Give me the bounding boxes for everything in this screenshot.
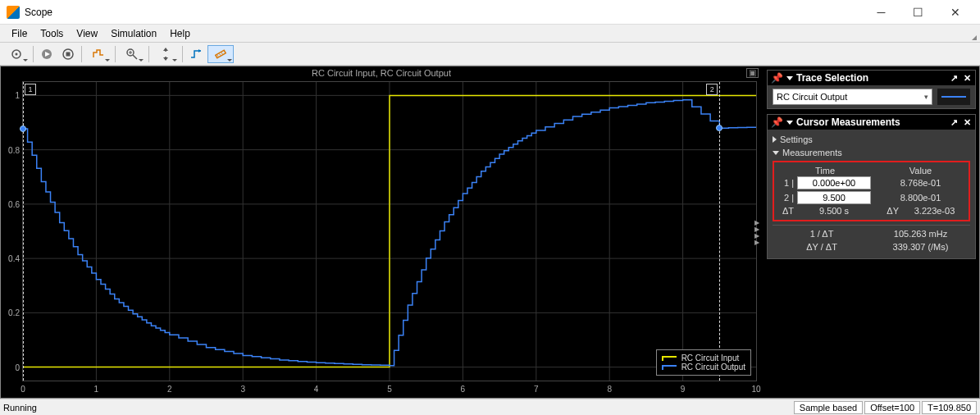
autoscale-button[interactable] bbox=[153, 45, 179, 63]
panel-title: Cursor Measurements bbox=[796, 116, 900, 128]
y-tick: 1 bbox=[5, 91, 20, 100]
cursor-measurements-panel: 📌 Cursor Measurements ↗ ✕ Settings Measu… bbox=[767, 114, 976, 259]
col-time: Time bbox=[776, 166, 874, 176]
col-value: Value bbox=[874, 166, 967, 176]
close-panel-icon[interactable]: ✕ bbox=[962, 117, 972, 128]
settings-button[interactable] bbox=[3, 45, 30, 63]
menu-tools[interactable]: Tools bbox=[34, 26, 70, 41]
x-tick: 8 bbox=[607, 385, 612, 394]
settings-section[interactable]: Settings bbox=[773, 133, 970, 146]
delta-y-value: 3.223e-03 bbox=[902, 206, 967, 216]
collapse-icon[interactable] bbox=[786, 121, 793, 125]
minimize-button[interactable]: ─ bbox=[863, 0, 900, 25]
step-button[interactable] bbox=[85, 45, 112, 63]
maximize-button[interactable]: ☐ bbox=[900, 0, 937, 25]
inv-dt-value: 105.263 mHz bbox=[871, 229, 970, 239]
undock-icon[interactable]: ↗ bbox=[949, 117, 959, 128]
collapse-icon[interactable] bbox=[786, 76, 793, 80]
x-tick: 3 bbox=[240, 385, 245, 394]
expand-panel-icon[interactable]: ▶▶▶▶ bbox=[753, 219, 760, 245]
status-mode: Sample based bbox=[794, 401, 863, 414]
close-button[interactable]: ✕ bbox=[937, 0, 973, 25]
menu-view[interactable]: View bbox=[70, 26, 104, 41]
y-tick: 0 bbox=[5, 363, 20, 372]
run-button[interactable] bbox=[37, 45, 57, 63]
cursor-2-marker[interactable] bbox=[716, 125, 722, 131]
legend-series-2: RC Circuit Output bbox=[681, 363, 745, 372]
x-tick: 10 bbox=[751, 385, 760, 394]
inv-dt-label: 1 / ΔT bbox=[773, 229, 871, 239]
measurements-section[interactable]: Measurements bbox=[773, 146, 970, 159]
svg-marker-13 bbox=[163, 57, 168, 61]
status-offset: Offset=100 bbox=[864, 401, 920, 414]
plot-canvas[interactable]: 1 2 0 0.2 0.4 0.6 0.8 1 0 1 2 3 4 5 6 7 … bbox=[22, 81, 757, 381]
chevron-down-icon: ▾ bbox=[924, 93, 928, 101]
x-tick: 6 bbox=[461, 385, 466, 394]
zoom-button[interactable] bbox=[119, 45, 145, 63]
x-tick: 0 bbox=[21, 385, 25, 394]
svg-rect-5 bbox=[66, 52, 71, 56]
delta-t-value: 9.500 s bbox=[797, 206, 871, 216]
cursor-1-label: 1 | bbox=[776, 178, 794, 188]
window-title: Scope bbox=[25, 7, 863, 18]
x-tick: 9 bbox=[681, 385, 686, 394]
svg-marker-14 bbox=[198, 49, 201, 52]
panel-title: Trace Selection bbox=[796, 72, 868, 84]
close-panel-icon[interactable]: ✕ bbox=[962, 73, 972, 84]
svg-marker-12 bbox=[163, 48, 168, 51]
status-bar: Running Sample based Offset=100 T=109.85… bbox=[0, 399, 980, 415]
cursor-1-time-input[interactable]: 0.000e+00 bbox=[797, 176, 871, 189]
menu-bar: File Tools View Simulation Help bbox=[0, 25, 980, 43]
menu-simulation[interactable]: Simulation bbox=[104, 26, 163, 41]
cursor-2-badge[interactable]: 2 bbox=[706, 84, 718, 95]
delta-y-label: ΔY bbox=[874, 206, 899, 216]
undock-icon[interactable]: ↗ bbox=[949, 73, 959, 84]
stop-button[interactable] bbox=[58, 45, 78, 63]
y-tick: 0.6 bbox=[5, 199, 20, 208]
svg-rect-15 bbox=[216, 50, 226, 57]
cursor-2-value: 8.800e-01 bbox=[874, 193, 967, 203]
measurements-highlight-box: Time Value 1 | 0.000e+00 8.768e-01 2 | 9… bbox=[773, 161, 970, 221]
svg-line-17 bbox=[220, 53, 221, 55]
cursor-1-marker[interactable] bbox=[20, 125, 26, 132]
svg-point-1 bbox=[16, 52, 18, 55]
slope-label: ΔY / ΔT bbox=[773, 242, 871, 252]
svg-line-18 bbox=[221, 52, 222, 54]
measurements-button[interactable] bbox=[207, 45, 234, 63]
y-tick: 0.4 bbox=[5, 254, 20, 263]
pin-icon[interactable]: 📌 bbox=[771, 116, 783, 128]
legend: RC Circuit Input RC Circuit Output bbox=[656, 349, 751, 376]
cursor-1-badge[interactable]: 1 bbox=[25, 84, 36, 95]
slope-value: 339.307 (/Ms) bbox=[871, 242, 970, 252]
plot-title: RC Circuit Input, RC Circuit Output bbox=[1, 68, 762, 78]
menu-file[interactable]: File bbox=[5, 26, 34, 41]
trace-color-preview bbox=[937, 89, 970, 105]
y-tick: 0.2 bbox=[5, 308, 20, 317]
svg-line-7 bbox=[133, 55, 137, 59]
sim-status: Running bbox=[3, 403, 37, 413]
triggers-button[interactable] bbox=[186, 45, 206, 63]
app-icon bbox=[7, 6, 20, 19]
toolbar bbox=[0, 43, 980, 66]
pin-icon[interactable]: 📌 bbox=[771, 72, 783, 84]
menu-help[interactable]: Help bbox=[163, 26, 197, 41]
x-tick: 2 bbox=[167, 385, 172, 394]
x-tick: 7 bbox=[534, 385, 539, 394]
x-tick: 1 bbox=[94, 385, 99, 394]
cursor-2-time-input[interactable]: 9.500 bbox=[797, 191, 871, 204]
trace-select-dropdown[interactable]: RC Circuit Output ▾ bbox=[773, 89, 932, 105]
x-tick: 5 bbox=[387, 385, 392, 394]
svg-line-16 bbox=[217, 55, 218, 57]
y-tick: 0.8 bbox=[5, 145, 20, 154]
trace-selection-panel: 📌 Trace Selection ↗ ✕ RC Circuit Output … bbox=[767, 70, 976, 109]
x-tick: 4 bbox=[314, 385, 319, 394]
delta-t-label: ΔT bbox=[776, 206, 794, 216]
cursor-2-label: 2 | bbox=[776, 193, 794, 203]
legend-series-1: RC Circuit Input bbox=[681, 353, 740, 363]
status-time: T=109.850 bbox=[922, 401, 977, 414]
plot-area[interactable]: ▣ RC Circuit Input, RC Circuit Output bbox=[1, 66, 762, 398]
cursor-1-value: 8.768e-01 bbox=[874, 178, 967, 188]
menu-corner-icon[interactable] bbox=[972, 35, 977, 40]
